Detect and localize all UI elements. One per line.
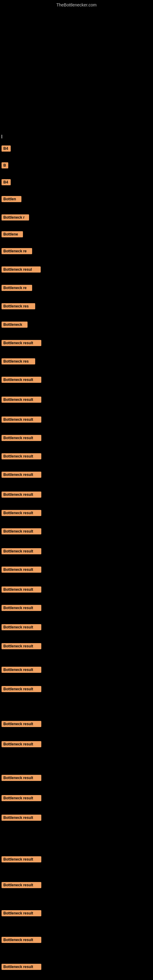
- bottleneck-label: Bottleneck result: [2, 964, 41, 970]
- bottleneck-label: Bottleneck result: [2, 377, 41, 383]
- bottleneck-label: Bottleneck re: [2, 248, 32, 254]
- bottleneck-label: Bottlen: [2, 196, 21, 202]
- bottleneck-label: Bottleneck result: [2, 775, 41, 781]
- bottleneck-label: Bottleneck result: [2, 667, 41, 673]
- bottleneck-label: Bottleneck result: [2, 417, 41, 423]
- bottleneck-label: Bottleneck result: [2, 587, 41, 593]
- bottleneck-label: Bottleneck result: [2, 795, 41, 801]
- bottleneck-label: B4: [2, 145, 11, 151]
- bottleneck-label: Bottleneck result: [2, 566, 41, 573]
- bottleneck-label: Bottleneck result: [2, 937, 41, 943]
- bottleneck-label: Bottleneck result: [2, 605, 41, 611]
- bottleneck-label: Bottleneck result: [2, 528, 41, 535]
- bottleneck-label: Bottleneck res: [2, 358, 35, 364]
- cursor-line: [2, 135, 2, 138]
- bottleneck-label: Bottleneck result: [2, 340, 41, 346]
- bottleneck-label: Bottleneck result: [2, 624, 41, 630]
- bottleneck-label: Bottleneck res: [2, 303, 35, 309]
- bottleneck-label: Bottleneck result: [2, 741, 41, 747]
- bottleneck-label: Bottleneck result: [2, 548, 41, 554]
- bottleneck-label: Bottlene: [2, 231, 23, 237]
- bottleneck-label: Bottleneck r: [2, 215, 29, 221]
- bottleneck-label: Bottleneck result: [2, 856, 41, 862]
- bottleneck-label: B: [2, 162, 8, 169]
- bottleneck-label: Bottleneck resul: [2, 266, 41, 272]
- bottleneck-label: Bottleneck result: [2, 721, 41, 727]
- bottleneck-label: Bottleneck result: [2, 686, 41, 692]
- bottleneck-label: Bottleneck result: [2, 815, 41, 821]
- bottleneck-label: Bottleneck result: [2, 492, 41, 498]
- bottleneck-label: Bottleneck re: [2, 285, 32, 291]
- bottleneck-label: Bottleneck result: [2, 453, 41, 460]
- bottleneck-label: Bottleneck result: [2, 472, 41, 478]
- bottleneck-label: Bottleneck result: [2, 882, 41, 888]
- bottleneck-label: Bottleneck result: [2, 643, 41, 649]
- bottleneck-label: Bottleneck: [2, 321, 27, 328]
- bottleneck-label: Bottleneck result: [2, 510, 41, 516]
- bottleneck-label: Bottleneck result: [2, 435, 41, 441]
- bottleneck-label: B4: [2, 179, 11, 185]
- bottleneck-label: Bottleneck result: [2, 910, 41, 916]
- bottleneck-label: Bottleneck result: [2, 396, 41, 403]
